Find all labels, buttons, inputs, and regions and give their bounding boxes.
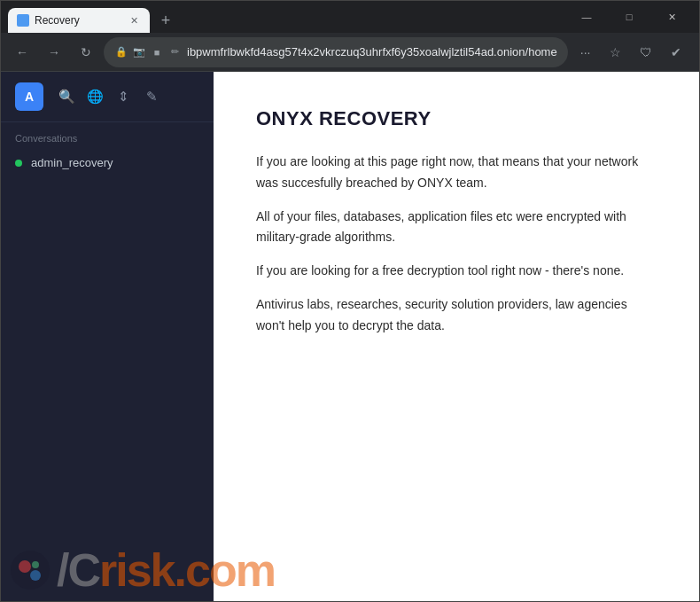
- more-options-button[interactable]: ···: [572, 38, 600, 66]
- web-page-content: ONYX RECOVERY If you are looking at this…: [214, 72, 699, 601]
- main-content: A 🔍 🌐 ⇕ ✎ Conversations admin_recovery O…: [1, 72, 699, 601]
- minimize-button[interactable]: —: [566, 3, 607, 31]
- camera-icon: 📷: [132, 45, 146, 59]
- lock-icon: 🔒: [114, 45, 128, 59]
- edit-icon: ✏: [167, 45, 182, 59]
- title-bar: Recovery ✕ + — □ ✕: [1, 1, 699, 33]
- conversations-label: Conversations: [1, 122, 214, 149]
- forward-button[interactable]: →: [40, 38, 68, 66]
- new-tab-button[interactable]: +: [153, 8, 178, 33]
- paragraph-4: Antivirus labs, researches, security sol…: [256, 294, 657, 337]
- active-tab[interactable]: Recovery ✕: [8, 8, 150, 33]
- address-text[interactable]: ibpwmfrlbwkfd4asg57t4x2vkrczuq3uhrfxf6y3…: [187, 45, 557, 59]
- paragraph-3: If you are looking for a free decryption…: [256, 261, 657, 282]
- close-button[interactable]: ✕: [651, 3, 692, 31]
- browser-window: Recovery ✕ + — □ ✕ ← → ↻ 🔒 📷 ■ ✏ ibpwmfr…: [0, 0, 700, 602]
- verify-button[interactable]: ✔: [662, 38, 690, 66]
- refresh-button[interactable]: ↻: [72, 38, 100, 66]
- online-status-dot: [15, 160, 22, 167]
- page-title: ONYX RECOVERY: [256, 107, 657, 130]
- maximize-button[interactable]: □: [609, 3, 649, 31]
- address-security-icons: 🔒 📷 ■ ✏: [114, 45, 182, 59]
- shield-icon-small: ■: [150, 45, 164, 59]
- bookmark-button[interactable]: ☆: [602, 38, 630, 66]
- avatar-button[interactable]: A: [15, 82, 43, 111]
- globe-icon[interactable]: 🌐: [86, 88, 104, 106]
- menu-button[interactable]: ≡: [692, 38, 700, 66]
- address-bar[interactable]: 🔒 📷 ■ ✏ ibpwmfrlbwkfd4asg57t4x2vkrczuq3u…: [104, 37, 568, 67]
- tab-area: Recovery ✕ +: [8, 1, 566, 33]
- sort-icon[interactable]: ⇕: [114, 88, 132, 106]
- search-icon[interactable]: 🔍: [58, 88, 75, 106]
- window-controls: — □ ✕: [566, 3, 692, 31]
- compose-icon[interactable]: ✎: [143, 88, 160, 106]
- sidebar-toolbar-icons: 🔍 🌐 ⇕ ✎: [58, 88, 160, 106]
- tab-title: Recovery: [35, 14, 121, 27]
- conversation-item[interactable]: admin_recovery: [1, 149, 214, 176]
- paragraph-1: If you are looking at this page right no…: [256, 152, 657, 194]
- page-body: If you are looking at this page right no…: [256, 152, 657, 337]
- back-button[interactable]: ←: [8, 38, 36, 66]
- shield-button[interactable]: 🛡: [632, 38, 660, 66]
- sidebar-header: A 🔍 🌐 ⇕ ✎: [1, 72, 214, 122]
- navigation-bar: ← → ↻ 🔒 📷 ■ ✏ ibpwmfrlbwkfd4asg57t4x2vkr…: [1, 33, 699, 72]
- paragraph-2: All of your files, databases, applicatio…: [256, 207, 657, 249]
- nav-action-buttons: ··· ☆ 🛡 ✔ ≡: [572, 38, 700, 66]
- sidebar: A 🔍 🌐 ⇕ ✎ Conversations admin_recovery: [1, 72, 214, 601]
- tab-favicon: [17, 14, 29, 27]
- conversation-name: admin_recovery: [31, 156, 113, 169]
- tab-close-button[interactable]: ✕: [127, 13, 141, 27]
